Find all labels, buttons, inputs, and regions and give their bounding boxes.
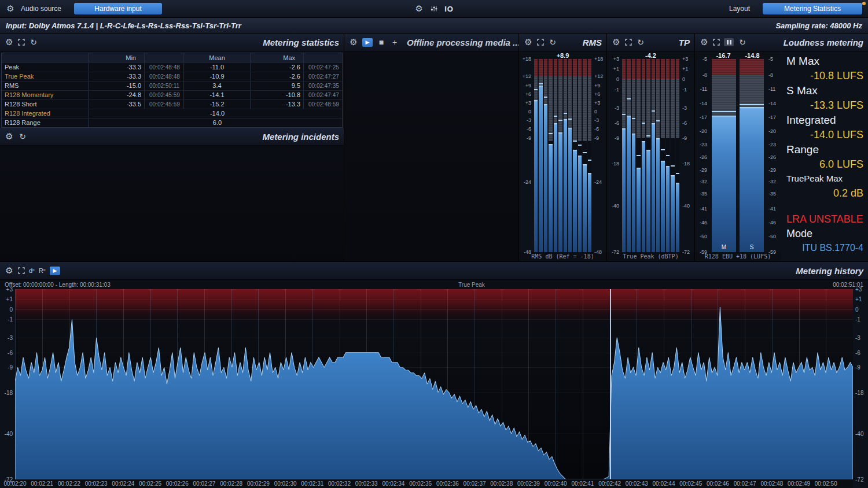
- refresh-icon[interactable]: ↻: [738, 38, 747, 46]
- gear-icon[interactable]: ⚙: [5, 132, 14, 141]
- decay-mode-icon[interactable]: dᶜ: [29, 267, 35, 274]
- meter-channel: [578, 59, 582, 252]
- gear-icon[interactable]: ⚙: [6, 5, 15, 13]
- stat-cell-num: -15.0: [89, 82, 145, 90]
- stop-icon[interactable]: ■: [377, 38, 386, 46]
- playhead-marker[interactable]: [610, 289, 611, 479]
- refresh-icon[interactable]: ↻: [29, 38, 38, 46]
- gear-icon[interactable]: ⚙: [414, 5, 424, 13]
- metering-statistics-button[interactable]: Metering Statistics: [763, 3, 862, 14]
- stat-cell-time: 00:02:47:27: [304, 72, 342, 81]
- scale-tick-label: -23: [768, 142, 776, 147]
- pause-button[interactable]: [724, 38, 734, 46]
- refresh-icon[interactable]: ↻: [18, 132, 27, 141]
- meter-channel: [656, 59, 660, 252]
- gear-icon[interactable]: ⚙: [5, 267, 14, 275]
- stat-cell-mean: -11.0: [184, 63, 251, 72]
- meter-channel: [666, 59, 670, 252]
- audio-source-label: Audio source: [21, 5, 61, 13]
- expand-brackets-icon[interactable]: [18, 39, 25, 46]
- history-plot-area[interactable]: [15, 289, 853, 479]
- time-axis-label: 00:02:45: [679, 480, 702, 487]
- metering-incidents-panel: ⚙ ↻ Metering incidents: [0, 128, 344, 261]
- scale-tick-label: -41: [700, 206, 707, 212]
- loudness-stats-list: M Max-10.8 LUFSS Max-13.3 LUFSIntegrated…: [786, 54, 863, 201]
- stat-cell-num: 9.5: [251, 82, 304, 90]
- gear-icon[interactable]: ⚙: [700, 38, 709, 46]
- scale-tick-label: -59: [768, 249, 776, 255]
- io-routing-icon[interactable]: IO: [444, 5, 454, 13]
- scale-tick-label: -6: [615, 120, 619, 126]
- time-axis-label: 00:02:23: [85, 480, 108, 487]
- time-axis-label: 00:02:43: [626, 480, 648, 487]
- table-row[interactable]: R128 Integrated-14.0: [2, 109, 342, 119]
- refresh-icon[interactable]: ↻: [636, 38, 645, 46]
- history-ytick-label: +1: [6, 295, 13, 302]
- stat-cell-num: [89, 119, 145, 127]
- scale-tick-label: -5: [703, 56, 707, 62]
- gear-icon[interactable]: ⚙: [349, 38, 358, 46]
- scale-tick-label: -48: [524, 249, 531, 255]
- reset-counters-icon[interactable]: Rᶜ: [39, 267, 46, 274]
- expand-brackets-icon[interactable]: [713, 39, 720, 46]
- play-button[interactable]: ▶: [50, 267, 60, 275]
- scale-tick-label: -40: [612, 203, 619, 209]
- stat-cell-time: 00:02:47:47: [304, 91, 342, 99]
- refresh-icon[interactable]: ↻: [548, 38, 557, 46]
- play-button[interactable]: ▶: [362, 38, 373, 47]
- history-ytick-label: -6: [8, 349, 13, 356]
- expand-brackets-icon[interactable]: [18, 267, 25, 274]
- time-axis-label: 00:02:26: [166, 480, 189, 487]
- expand-brackets-icon[interactable]: [625, 39, 632, 46]
- stat-cell-time: [145, 119, 184, 127]
- main-area: ⚙ ↻ Metering statistics Min Mean Max Pea…: [0, 34, 868, 261]
- history-ytick-label: +3: [6, 286, 13, 293]
- loudness-stat-label: Integrated: [786, 113, 863, 127]
- incidents-panel-title: Metering incidents: [262, 132, 339, 142]
- stat-cell-num: -10.8: [251, 91, 304, 99]
- tp-scale-left: +3+10-1-3-6-9-18-40-72: [607, 59, 621, 252]
- table-row[interactable]: Peak-33.300:02:48:48-11.0-2.600:02:47:25: [2, 63, 342, 72]
- time-axis-label: 00:02:27: [193, 480, 215, 487]
- scale-tick-label: -50: [768, 234, 776, 239]
- scale-tick-label: -72: [682, 249, 690, 255]
- gear-icon[interactable]: ⚙: [524, 38, 533, 46]
- gear-icon[interactable]: ⚙: [612, 38, 621, 46]
- stat-cell-num: -33.5: [89, 100, 145, 109]
- scale-tick-label: +12: [523, 73, 531, 79]
- history-ytick-label: -9: [855, 364, 860, 371]
- meter-channel: [539, 59, 542, 252]
- expand-brackets-icon[interactable]: [537, 39, 544, 46]
- statistics-panel-title: Metering statistics: [263, 38, 339, 47]
- loudness-stat-label: S Max: [786, 83, 863, 98]
- loudness-scale-left: -5-8-11-14-17-20-23-26-29-32-35-41-46-50…: [695, 59, 709, 252]
- table-row[interactable]: R128 Short-33.500:02:45:59-15.2-13.300:0…: [2, 100, 342, 109]
- stat-cell-rlabel: R128 Short: [2, 100, 89, 109]
- table-row[interactable]: True Peak-33.300:02:48:48-10.9-2.600:02:…: [2, 72, 342, 82]
- stat-cell-mean: -10.9: [184, 72, 251, 81]
- gear-icon[interactable]: ⚙: [5, 38, 14, 46]
- scale-tick-label: -1: [615, 87, 619, 93]
- scale-tick-label: -50: [700, 234, 707, 239]
- table-row[interactable]: R128 Range6.0: [2, 119, 342, 127]
- scale-tick-label: -11: [700, 86, 707, 92]
- history-ytick-label: 0: [855, 306, 859, 312]
- scale-tick-label: -35: [700, 191, 707, 197]
- time-axis-label: 00:02:30: [274, 480, 297, 487]
- add-media-icon[interactable]: +: [390, 38, 399, 46]
- table-row[interactable]: RMS-15.000:02:50:113.49.500:02:47:35: [2, 82, 342, 91]
- table-row[interactable]: R128 Momentary-24.800:02:45:59-14.1-10.8…: [2, 91, 342, 100]
- time-axis-label: 00:02:35: [409, 480, 432, 487]
- layout-button[interactable]: Layout: [729, 5, 750, 13]
- hardware-input-button[interactable]: Hardware input: [74, 3, 162, 14]
- loudness-stat-value: -14.0 LUFS: [786, 127, 863, 142]
- scale-tick-label: +3: [682, 56, 688, 62]
- loudness-stat-value: 6.0 LUFS: [786, 157, 863, 172]
- time-axis-label: 00:02:25: [139, 480, 161, 487]
- scale-tick-label: -26: [700, 154, 707, 160]
- mixer-sliders-icon[interactable]: [431, 5, 437, 12]
- stat-cell-mean: 6.0: [184, 119, 251, 127]
- time-axis-label: 00:02:47: [734, 480, 756, 487]
- loudness-stat-label: Range: [786, 142, 863, 157]
- stat-cell-time: 00:02:48:59: [304, 100, 342, 109]
